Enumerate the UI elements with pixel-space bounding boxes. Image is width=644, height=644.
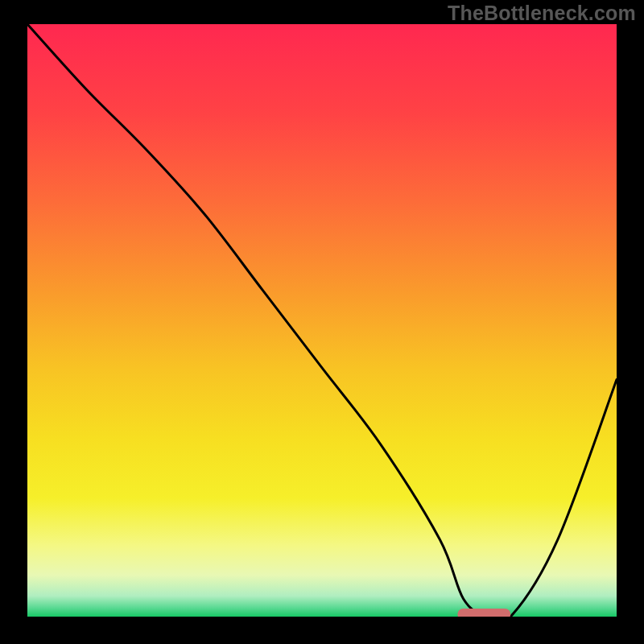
watermark-text: TheBottleneck.com: [448, 2, 636, 25]
gradient-background: [27, 24, 617, 617]
chart-frame: TheBottleneck.com: [0, 0, 644, 644]
plot-svg: [27, 24, 617, 617]
optimal-marker: [457, 609, 510, 617]
bottleneck-plot: [27, 24, 617, 617]
